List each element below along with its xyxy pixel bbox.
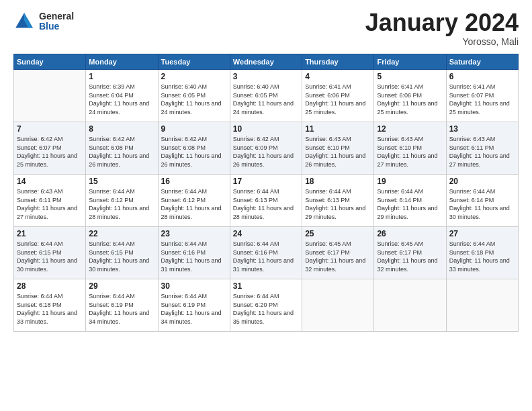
calendar-cell: 12Sunrise: 6:43 AM Sunset: 6:10 PM Dayli…	[374, 122, 446, 175]
week-row-4: 21Sunrise: 6:44 AM Sunset: 6:15 PM Dayli…	[14, 227, 519, 279]
calendar-cell: 10Sunrise: 6:42 AM Sunset: 6:09 PM Dayli…	[230, 122, 302, 175]
calendar-cell: 25Sunrise: 6:45 AM Sunset: 6:17 PM Dayli…	[302, 227, 374, 279]
calendar-cell: 9Sunrise: 6:42 AM Sunset: 6:08 PM Daylig…	[158, 122, 230, 175]
day-number: 17	[233, 177, 299, 186]
day-info: Sunrise: 6:44 AM Sunset: 6:15 PM Dayligh…	[17, 240, 83, 273]
header-wednesday: Wednesday	[230, 54, 302, 70]
day-number: 9	[161, 124, 227, 134]
header-friday: Friday	[374, 54, 446, 70]
calendar-cell: 11Sunrise: 6:43 AM Sunset: 6:10 PM Dayli…	[302, 122, 374, 175]
day-info: Sunrise: 6:44 AM Sunset: 6:12 PM Dayligh…	[89, 187, 154, 221]
day-number: 15	[89, 177, 154, 186]
day-info: Sunrise: 6:44 AM Sunset: 6:18 PM Dayligh…	[17, 292, 83, 326]
logo-text: General Blue	[39, 11, 74, 32]
calendar-cell: 16Sunrise: 6:44 AM Sunset: 6:12 PM Dayli…	[158, 175, 230, 227]
day-number: 30	[161, 281, 227, 291]
calendar-cell: 3Sunrise: 6:40 AM Sunset: 6:05 PM Daylig…	[230, 70, 302, 122]
day-number: 14	[17, 177, 83, 186]
logo-icon	[13, 11, 35, 32]
day-info: Sunrise: 6:44 AM Sunset: 6:14 PM Dayligh…	[449, 187, 515, 221]
day-number: 10	[233, 124, 299, 134]
calendar-cell: 1Sunrise: 6:39 AM Sunset: 6:04 PM Daylig…	[86, 70, 158, 122]
calendar-cell	[446, 279, 518, 332]
day-number: 28	[17, 281, 83, 291]
calendar-cell	[14, 70, 86, 122]
logo: General Blue	[13, 11, 74, 32]
day-info: Sunrise: 6:44 AM Sunset: 6:13 PM Dayligh…	[233, 187, 299, 221]
day-number: 23	[161, 229, 227, 238]
title-block: January 2024 Yorosso, Mali	[365, 11, 519, 47]
day-number: 6	[449, 72, 515, 81]
calendar-cell: 22Sunrise: 6:44 AM Sunset: 6:15 PM Dayli…	[86, 227, 158, 279]
day-number: 29	[89, 281, 154, 291]
day-number: 5	[377, 72, 443, 81]
week-row-5: 28Sunrise: 6:44 AM Sunset: 6:18 PM Dayli…	[14, 279, 519, 332]
day-info: Sunrise: 6:45 AM Sunset: 6:17 PM Dayligh…	[377, 240, 443, 273]
day-info: Sunrise: 6:44 AM Sunset: 6:19 PM Dayligh…	[89, 292, 154, 326]
week-row-3: 14Sunrise: 6:43 AM Sunset: 6:11 PM Dayli…	[14, 175, 519, 227]
day-info: Sunrise: 6:44 AM Sunset: 6:13 PM Dayligh…	[305, 187, 371, 221]
day-number: 11	[305, 124, 371, 134]
day-info: Sunrise: 6:44 AM Sunset: 6:18 PM Dayligh…	[449, 240, 515, 273]
day-info: Sunrise: 6:44 AM Sunset: 6:14 PM Dayligh…	[377, 187, 443, 221]
calendar-cell: 15Sunrise: 6:44 AM Sunset: 6:12 PM Dayli…	[86, 175, 158, 227]
day-number: 16	[161, 177, 227, 186]
day-info: Sunrise: 6:40 AM Sunset: 6:05 PM Dayligh…	[161, 83, 227, 116]
day-number: 2	[161, 72, 227, 81]
day-number: 1	[89, 72, 154, 81]
day-number: 27	[449, 229, 515, 238]
calendar-cell	[374, 279, 446, 332]
day-number: 12	[377, 124, 443, 134]
header-monday: Monday	[86, 54, 158, 70]
day-info: Sunrise: 6:43 AM Sunset: 6:10 PM Dayligh…	[377, 135, 443, 169]
day-info: Sunrise: 6:40 AM Sunset: 6:05 PM Dayligh…	[233, 83, 299, 116]
calendar-cell: 27Sunrise: 6:44 AM Sunset: 6:18 PM Dayli…	[446, 227, 518, 279]
calendar-cell: 2Sunrise: 6:40 AM Sunset: 6:05 PM Daylig…	[158, 70, 230, 122]
day-info: Sunrise: 6:42 AM Sunset: 6:09 PM Dayligh…	[233, 135, 299, 169]
day-number: 18	[305, 177, 371, 186]
day-number: 3	[233, 72, 299, 81]
day-number: 25	[305, 229, 371, 238]
header-thursday: Thursday	[302, 54, 374, 70]
calendar-cell: 26Sunrise: 6:45 AM Sunset: 6:17 PM Dayli…	[374, 227, 446, 279]
calendar-cell: 30Sunrise: 6:44 AM Sunset: 6:19 PM Dayli…	[158, 279, 230, 332]
day-info: Sunrise: 6:43 AM Sunset: 6:11 PM Dayligh…	[449, 135, 515, 169]
day-info: Sunrise: 6:44 AM Sunset: 6:15 PM Dayligh…	[89, 240, 154, 273]
day-number: 31	[233, 281, 299, 291]
day-number: 7	[17, 124, 83, 134]
week-row-2: 7Sunrise: 6:42 AM Sunset: 6:07 PM Daylig…	[14, 122, 519, 175]
day-info: Sunrise: 6:45 AM Sunset: 6:17 PM Dayligh…	[305, 240, 371, 273]
day-number: 4	[305, 72, 371, 81]
calendar-cell	[302, 279, 374, 332]
day-info: Sunrise: 6:44 AM Sunset: 6:20 PM Dayligh…	[233, 292, 299, 326]
day-number: 8	[89, 124, 154, 134]
day-info: Sunrise: 6:39 AM Sunset: 6:04 PM Dayligh…	[89, 83, 154, 116]
day-number: 13	[449, 124, 515, 134]
day-info: Sunrise: 6:41 AM Sunset: 6:06 PM Dayligh…	[377, 83, 443, 116]
calendar-cell: 23Sunrise: 6:44 AM Sunset: 6:16 PM Dayli…	[158, 227, 230, 279]
day-info: Sunrise: 6:41 AM Sunset: 6:06 PM Dayligh…	[305, 83, 371, 116]
day-info: Sunrise: 6:43 AM Sunset: 6:11 PM Dayligh…	[17, 187, 83, 221]
day-number: 19	[377, 177, 443, 186]
calendar-cell: 19Sunrise: 6:44 AM Sunset: 6:14 PM Dayli…	[374, 175, 446, 227]
calendar-cell: 13Sunrise: 6:43 AM Sunset: 6:11 PM Dayli…	[446, 122, 518, 175]
calendar-header-row: SundayMondayTuesdayWednesdayThursdayFrid…	[14, 54, 519, 70]
day-info: Sunrise: 6:44 AM Sunset: 6:19 PM Dayligh…	[161, 292, 227, 326]
day-number: 20	[449, 177, 515, 186]
calendar-cell: 31Sunrise: 6:44 AM Sunset: 6:20 PM Dayli…	[230, 279, 302, 332]
calendar-cell: 29Sunrise: 6:44 AM Sunset: 6:19 PM Dayli…	[86, 279, 158, 332]
calendar-cell: 18Sunrise: 6:44 AM Sunset: 6:13 PM Dayli…	[302, 175, 374, 227]
day-info: Sunrise: 6:43 AM Sunset: 6:10 PM Dayligh…	[305, 135, 371, 169]
calendar-cell: 5Sunrise: 6:41 AM Sunset: 6:06 PM Daylig…	[374, 70, 446, 122]
title-location: Yorosso, Mali	[365, 36, 519, 47]
header-tuesday: Tuesday	[158, 54, 230, 70]
day-info: Sunrise: 6:42 AM Sunset: 6:08 PM Dayligh…	[161, 135, 227, 169]
header: General Blue January 2024 Yorosso, Mali	[13, 11, 519, 47]
day-info: Sunrise: 6:44 AM Sunset: 6:12 PM Dayligh…	[161, 187, 227, 221]
calendar-table: SundayMondayTuesdayWednesdayThursdayFrid…	[13, 54, 519, 332]
day-info: Sunrise: 6:41 AM Sunset: 6:07 PM Dayligh…	[449, 83, 515, 116]
calendar-cell: 21Sunrise: 6:44 AM Sunset: 6:15 PM Dayli…	[14, 227, 86, 279]
calendar-cell: 7Sunrise: 6:42 AM Sunset: 6:07 PM Daylig…	[14, 122, 86, 175]
page: General Blue January 2024 Yorosso, Mali …	[0, 0, 532, 411]
calendar-cell: 8Sunrise: 6:42 AM Sunset: 6:08 PM Daylig…	[86, 122, 158, 175]
